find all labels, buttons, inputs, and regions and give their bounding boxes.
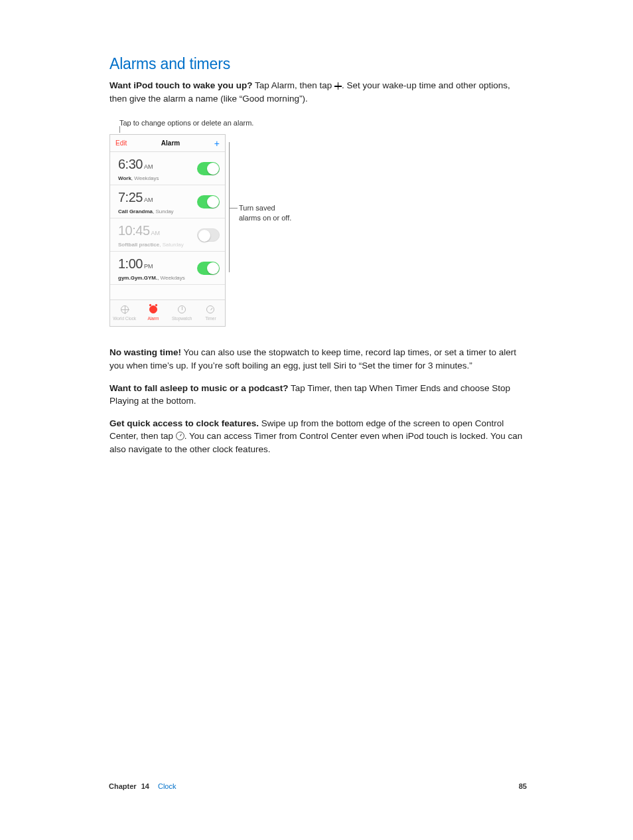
alarm-time: 1:00	[118, 256, 143, 271]
para1-text-a: Tap Alarm, then tap	[253, 80, 335, 90]
paragraph-3: Want to fall asleep to music or a podcas…	[109, 382, 527, 408]
timer-icon	[206, 305, 214, 313]
alarm-app-screenshot: Edit Alarm + 6:30AM Work, Weekdays 7:25A…	[109, 134, 226, 327]
alarm-label: Call Grandma	[118, 209, 153, 214]
footer-chapter-word: Chapter	[109, 782, 137, 790]
alarm-illustration: Tap to change options or delete an alarm…	[109, 118, 428, 334]
tab-label: Timer	[205, 315, 216, 321]
section-heading: Alarms and timers	[109, 53, 527, 75]
alarm-icon	[149, 305, 157, 313]
tab-alarm[interactable]: Alarm	[139, 300, 167, 326]
alarm-row[interactable]: 10:45AM Softball practice, Saturday	[110, 218, 225, 252]
plus-icon	[334, 82, 342, 90]
tab-timer[interactable]: Timer	[196, 300, 225, 326]
alarm-row[interactable]: 7:25AM Call Grandma, Sunday	[110, 185, 225, 218]
alarm-app-header: Edit Alarm +	[110, 135, 225, 152]
alarm-repeat: Saturday	[163, 242, 184, 248]
alarm-row[interactable]: 1:00PM gym.Gym.GYM., Weekdays	[110, 252, 225, 285]
footer-chapter-num: 14	[141, 782, 149, 790]
alarm-time: 7:25	[118, 190, 143, 205]
alarm-repeat: Sunday	[155, 209, 173, 214]
alarm-ampm: AM	[144, 163, 153, 170]
alarm-time: 6:30	[118, 157, 143, 171]
alarm-toggle[interactable]	[197, 195, 220, 209]
alarm-repeat: Weekdays	[161, 275, 185, 281]
alarm-ampm: AM	[144, 197, 153, 203]
para1-lede: Want iPod touch to wake you up?	[109, 80, 253, 90]
callout-right-line2: alarms on or off.	[239, 214, 291, 222]
para4-lede: Get quick access to clock features.	[109, 418, 259, 428]
alarm-row[interactable]: 6:30AM Work, Weekdays	[110, 152, 225, 185]
paragraph-4: Get quick access to clock features. Swip…	[109, 417, 527, 456]
alarm-toggle[interactable]	[197, 162, 220, 175]
alarm-label: Softball practice	[118, 242, 159, 248]
stopwatch-icon	[178, 305, 186, 313]
add-alarm-button[interactable]: +	[214, 137, 220, 150]
alarm-time: 10:45	[118, 223, 150, 238]
callout-right: Turn saved alarms on or off.	[239, 203, 291, 223]
tab-bar: World Clock Alarm Stopwatch Timer	[110, 299, 225, 326]
tab-label: World Clock	[113, 315, 136, 321]
para2-lede: No wasting time!	[109, 347, 181, 357]
page-footer: Chapter 14 Clock 85	[109, 782, 527, 792]
tab-world-clock[interactable]: World Clock	[110, 300, 139, 326]
edit-button[interactable]: Edit	[115, 139, 127, 149]
footer-chapter-title: Clock	[158, 782, 176, 790]
tab-label: Alarm	[147, 315, 159, 321]
footer-page-number: 85	[519, 782, 527, 792]
alarm-repeat: Weekdays	[134, 175, 159, 181]
timer-icon	[176, 432, 184, 440]
alarm-label: Work	[118, 175, 131, 181]
paragraph-2: No wasting time! You can also use the st…	[109, 346, 527, 372]
alarm-ampm: PM	[144, 263, 153, 270]
callout-top-text: Tap to change options or delete an alarm…	[119, 119, 253, 127]
para3-lede: Want to fall asleep to music or a podcas…	[109, 383, 289, 393]
tab-label: Stopwatch	[172, 315, 192, 321]
paragraph-1: Want iPod touch to wake you up? Tap Alar…	[109, 79, 527, 105]
callout-top: Tap to change options or delete an alarm…	[119, 118, 253, 129]
alarm-toggle[interactable]	[197, 228, 220, 242]
tab-stopwatch[interactable]: Stopwatch	[168, 300, 196, 326]
alarm-label: gym.Gym.GYM.	[118, 275, 157, 281]
alarm-ampm: AM	[151, 230, 161, 236]
callout-right-line1: Turn saved	[239, 204, 275, 212]
alarm-toggle[interactable]	[197, 262, 220, 275]
screen-title: Alarm	[161, 139, 180, 149]
globe-icon	[121, 305, 129, 313]
